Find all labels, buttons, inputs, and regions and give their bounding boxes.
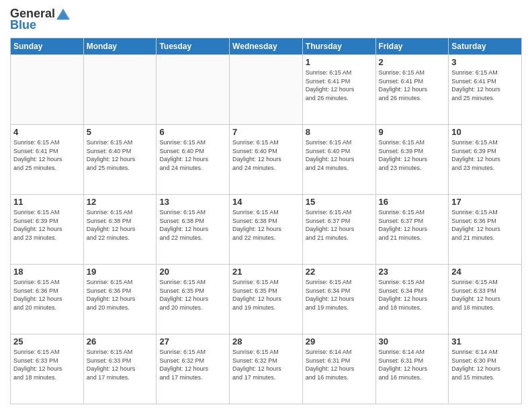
day-info: Sunrise: 6:15 AM Sunset: 6:38 PM Dayligh… [232,208,300,242]
calendar-cell: 2Sunrise: 6:15 AM Sunset: 6:41 PM Daylig… [375,55,449,125]
day-info: Sunrise: 6:15 AM Sunset: 6:36 PM Dayligh… [87,278,154,312]
day-number: 19 [87,267,154,277]
day-number: 28 [232,336,300,347]
day-number: 24 [451,267,519,277]
day-info: Sunrise: 6:15 AM Sunset: 6:33 PM Dayligh… [451,278,519,312]
day-number: 29 [306,336,373,347]
page: General Blue SundayMondayTuesdayWednesda… [0,0,532,411]
calendar-cell: 22Sunrise: 6:15 AM Sunset: 6:34 PM Dayli… [302,265,375,334]
calendar-cell: 21Sunrise: 6:15 AM Sunset: 6:35 PM Dayli… [230,265,303,334]
day-number: 31 [451,336,519,347]
day-info: Sunrise: 6:15 AM Sunset: 6:35 PM Dayligh… [232,278,300,312]
day-info: Sunrise: 6:15 AM Sunset: 6:41 PM Dayligh… [13,138,81,172]
day-number: 25 [13,336,81,347]
calendar-cell: 27Sunrise: 6:15 AM Sunset: 6:32 PM Dayli… [157,334,230,404]
calendar-cell: 28Sunrise: 6:15 AM Sunset: 6:32 PM Dayli… [230,334,303,404]
day-number: 17 [451,197,519,207]
day-number: 27 [159,336,226,347]
day-number: 9 [379,127,446,137]
calendar-cell [83,55,157,125]
day-number: 8 [306,127,373,137]
calendar-cell: 7Sunrise: 6:15 AM Sunset: 6:40 PM Daylig… [230,125,303,195]
day-number: 7 [232,127,300,137]
day-number: 2 [379,57,446,67]
calendar-table: SundayMondayTuesdayWednesdayThursdayFrid… [10,38,522,404]
calendar-cell: 10Sunrise: 6:15 AM Sunset: 6:39 PM Dayli… [449,125,522,195]
day-of-week-header: Thursday [302,38,375,55]
calendar-cell: 14Sunrise: 6:15 AM Sunset: 6:38 PM Dayli… [230,195,303,265]
day-info: Sunrise: 6:14 AM Sunset: 6:31 PM Dayligh… [306,348,373,381]
day-info: Sunrise: 6:14 AM Sunset: 6:30 PM Dayligh… [451,348,519,381]
day-of-week-header: Wednesday [230,38,303,55]
day-number: 4 [13,127,81,137]
calendar-header-row: SundayMondayTuesdayWednesdayThursdayFrid… [11,38,522,55]
day-of-week-header: Tuesday [157,38,230,55]
day-number: 18 [13,267,81,277]
day-number: 15 [306,197,373,207]
day-number: 6 [159,127,226,137]
calendar-cell: 31Sunrise: 6:14 AM Sunset: 6:30 PM Dayli… [449,334,522,404]
day-number: 12 [87,197,154,207]
header: General Blue [10,7,522,32]
day-of-week-header: Sunday [11,38,84,55]
calendar-cell: 11Sunrise: 6:15 AM Sunset: 6:39 PM Dayli… [11,195,84,265]
calendar-cell: 26Sunrise: 6:15 AM Sunset: 6:33 PM Dayli… [83,334,157,404]
calendar-cell: 8Sunrise: 6:15 AM Sunset: 6:40 PM Daylig… [302,125,375,195]
logo: General Blue [10,7,70,32]
calendar-cell: 20Sunrise: 6:15 AM Sunset: 6:35 PM Dayli… [157,265,230,334]
day-of-week-header: Saturday [449,38,522,55]
day-info: Sunrise: 6:15 AM Sunset: 6:39 PM Dayligh… [379,138,446,172]
calendar-cell: 24Sunrise: 6:15 AM Sunset: 6:33 PM Dayli… [449,265,522,334]
day-of-week-header: Friday [375,38,449,55]
day-number: 21 [232,267,300,277]
calendar-cell: 6Sunrise: 6:15 AM Sunset: 6:40 PM Daylig… [157,125,230,195]
day-info: Sunrise: 6:15 AM Sunset: 6:40 PM Dayligh… [306,138,373,172]
calendar-cell: 13Sunrise: 6:15 AM Sunset: 6:38 PM Dayli… [157,195,230,265]
day-number: 22 [306,267,373,277]
calendar-week-row: 25Sunrise: 6:15 AM Sunset: 6:33 PM Dayli… [11,334,522,404]
day-number: 1 [306,57,373,67]
calendar-cell: 15Sunrise: 6:15 AM Sunset: 6:37 PM Dayli… [302,195,375,265]
day-info: Sunrise: 6:15 AM Sunset: 6:41 PM Dayligh… [306,68,373,102]
calendar-cell: 23Sunrise: 6:15 AM Sunset: 6:34 PM Dayli… [375,265,449,334]
calendar-cell: 4Sunrise: 6:15 AM Sunset: 6:41 PM Daylig… [11,125,84,195]
calendar-cell [230,55,303,125]
calendar-cell: 18Sunrise: 6:15 AM Sunset: 6:36 PM Dayli… [11,265,84,334]
calendar-cell: 3Sunrise: 6:15 AM Sunset: 6:41 PM Daylig… [449,55,522,125]
day-of-week-header: Monday [83,38,157,55]
day-number: 16 [379,197,446,207]
day-number: 26 [87,336,154,347]
day-info: Sunrise: 6:15 AM Sunset: 6:32 PM Dayligh… [159,348,226,381]
day-info: Sunrise: 6:15 AM Sunset: 6:36 PM Dayligh… [13,278,81,312]
calendar-cell: 29Sunrise: 6:14 AM Sunset: 6:31 PM Dayli… [302,334,375,404]
day-number: 13 [159,197,226,207]
calendar-week-row: 18Sunrise: 6:15 AM Sunset: 6:36 PM Dayli… [11,265,522,334]
day-info: Sunrise: 6:15 AM Sunset: 6:40 PM Dayligh… [159,138,226,172]
day-number: 11 [13,197,81,207]
day-number: 10 [451,127,519,137]
day-info: Sunrise: 6:15 AM Sunset: 6:37 PM Dayligh… [379,208,446,242]
day-info: Sunrise: 6:15 AM Sunset: 6:38 PM Dayligh… [159,208,226,242]
day-info: Sunrise: 6:15 AM Sunset: 6:41 PM Dayligh… [379,68,446,102]
day-number: 20 [159,267,226,277]
calendar-week-row: 11Sunrise: 6:15 AM Sunset: 6:39 PM Dayli… [11,195,522,265]
calendar-cell: 1Sunrise: 6:15 AM Sunset: 6:41 PM Daylig… [302,55,375,125]
calendar-cell [11,55,84,125]
day-info: Sunrise: 6:15 AM Sunset: 6:34 PM Dayligh… [306,278,373,312]
day-info: Sunrise: 6:15 AM Sunset: 6:38 PM Dayligh… [87,208,154,242]
day-info: Sunrise: 6:15 AM Sunset: 6:33 PM Dayligh… [87,348,154,381]
calendar-week-row: 4Sunrise: 6:15 AM Sunset: 6:41 PM Daylig… [11,125,522,195]
day-info: Sunrise: 6:15 AM Sunset: 6:40 PM Dayligh… [232,138,300,172]
day-number: 30 [379,336,446,347]
day-number: 3 [451,57,519,67]
day-number: 5 [87,127,154,137]
logo-icon [56,7,70,21]
calendar-cell: 5Sunrise: 6:15 AM Sunset: 6:40 PM Daylig… [83,125,157,195]
day-info: Sunrise: 6:14 AM Sunset: 6:31 PM Dayligh… [379,348,446,381]
day-info: Sunrise: 6:15 AM Sunset: 6:41 PM Dayligh… [451,68,519,102]
day-info: Sunrise: 6:15 AM Sunset: 6:32 PM Dayligh… [232,348,300,381]
calendar-cell: 9Sunrise: 6:15 AM Sunset: 6:39 PM Daylig… [375,125,449,195]
day-info: Sunrise: 6:15 AM Sunset: 6:36 PM Dayligh… [451,208,519,242]
day-number: 14 [232,197,300,207]
day-number: 23 [379,267,446,277]
